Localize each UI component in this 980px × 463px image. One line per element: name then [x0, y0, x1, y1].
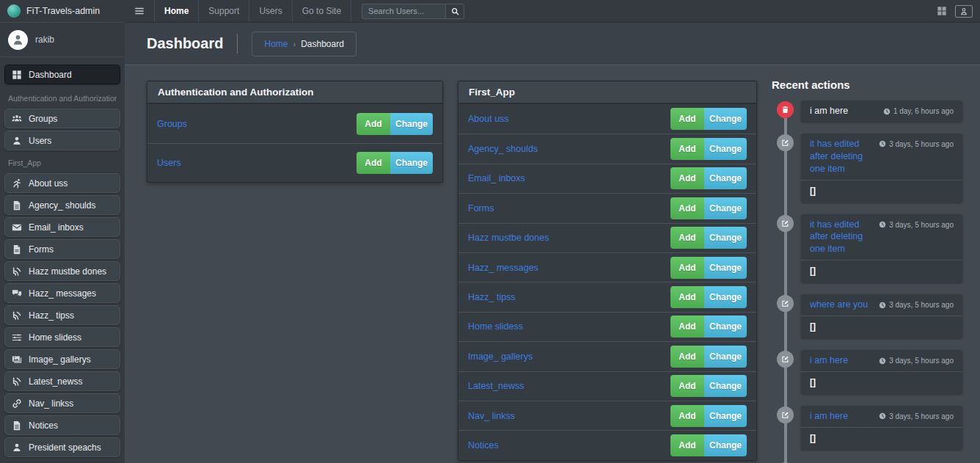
add-button[interactable]: Add: [670, 167, 704, 189]
change-button[interactable]: Change: [390, 152, 433, 174]
edit-marker: [777, 407, 794, 423]
change-button[interactable]: Change: [704, 227, 747, 249]
sidebar-item-nav-linkss[interactable]: Nav_ linkss: [4, 393, 120, 413]
sidebar-item-email-inboxs[interactable]: Email_ inboxs: [4, 217, 120, 237]
model-link-nav-linkss[interactable]: Nav_ linkss: [468, 411, 515, 421]
change-button[interactable]: Change: [704, 346, 747, 368]
content-header: Dashboard Home › Dashboard: [125, 23, 980, 65]
model-row-groups: GroupsAddChange: [147, 104, 442, 143]
sidebar-item-hazz-messages[interactable]: Hazz_ messages: [4, 283, 120, 303]
add-button[interactable]: Add: [670, 138, 704, 160]
sidebar-item-users[interactable]: Users: [4, 131, 120, 150]
model-row-email-inboxs: Email_ inboxsAddChange: [458, 164, 756, 193]
change-button[interactable]: Change: [704, 257, 747, 279]
sidebar-item-notices[interactable]: Notices: [4, 415, 120, 435]
add-button[interactable]: Add: [670, 197, 704, 219]
add-button[interactable]: Add: [356, 152, 390, 174]
change-button[interactable]: Change: [704, 197, 747, 219]
add-button[interactable]: Add: [670, 346, 704, 368]
add-button[interactable]: Add: [670, 257, 704, 279]
file-lines-icon: [12, 420, 22, 431]
search-input[interactable]: [362, 4, 445, 19]
model-link-email-inboxs[interactable]: Email_ inboxs: [468, 173, 525, 183]
header-divider: [237, 34, 238, 54]
model-link-groups[interactable]: Groups: [157, 119, 187, 129]
nav-item-support[interactable]: Support: [199, 0, 249, 22]
sidebar-item-image-gallerys[interactable]: Image_ gallerys: [4, 349, 120, 369]
add-button[interactable]: Add: [670, 227, 704, 249]
add-button[interactable]: Add: [670, 286, 704, 308]
change-button[interactable]: Change: [704, 138, 747, 160]
sidebar-item-label: Users: [29, 136, 51, 146]
change-button[interactable]: Change: [704, 375, 747, 397]
model-link-hazz-messages[interactable]: Hazz_ messages: [468, 263, 538, 273]
sidebar-item-label: Hazz_ messages: [29, 288, 96, 299]
model-link-agency-shoulds[interactable]: Agency_ shoulds: [468, 144, 538, 154]
sidebar-section-label: Authentication and Authorization: [8, 94, 117, 103]
model-link-home-slidess[interactable]: Home slidess: [468, 321, 523, 332]
model-link-latest-newss[interactable]: Latest_newss: [468, 381, 524, 391]
sidebar-item-dashboard[interactable]: Dashboard: [4, 65, 120, 84]
nav-item-users[interactable]: Users: [249, 0, 292, 22]
change-button[interactable]: Change: [704, 434, 747, 456]
action-object-link[interactable]: it has edited after deleting one item: [810, 219, 873, 256]
nav-item-home[interactable]: Home: [155, 0, 199, 22]
add-button[interactable]: Add: [356, 113, 390, 135]
sidebar-item-hazz-tipss[interactable]: Hazz_ tipss: [4, 305, 120, 325]
sidebar-item-label: Dashboard: [29, 70, 72, 80]
action-change-message: []: [801, 372, 962, 394]
change-button[interactable]: Change: [704, 108, 747, 130]
brand[interactable]: FiT-Travels-admin: [0, 0, 125, 23]
add-button[interactable]: Add: [670, 434, 704, 456]
sidebar-nav: Dashboard Authentication and Authorizati…: [0, 57, 125, 463]
breadcrumb-home-link[interactable]: Home: [264, 39, 288, 49]
sidebar-item-groups[interactable]: Groups: [4, 109, 120, 128]
avatar[interactable]: [8, 30, 28, 50]
action-object-link[interactable]: i am here: [810, 410, 848, 423]
add-button[interactable]: Add: [670, 316, 704, 338]
action-object-link[interactable]: it has edited after deleting one item: [810, 138, 873, 175]
user-menu-button[interactable]: [955, 5, 973, 18]
change-button[interactable]: Change: [704, 316, 747, 338]
model-row-agency-shoulds: Agency_ shouldsAddChange: [458, 134, 756, 163]
model-link-about-uss[interactable]: About uss: [468, 114, 509, 124]
sidebar-toggle-button[interactable]: [125, 0, 155, 22]
action-change-message: []: [801, 428, 962, 450]
change-button[interactable]: Change: [704, 167, 747, 189]
brand-title: FiT-Travels-admin: [26, 6, 100, 16]
change-button[interactable]: Change: [704, 405, 747, 427]
search-button[interactable]: [445, 4, 464, 19]
action-object-text: i am here: [810, 105, 848, 117]
change-button[interactable]: Change: [390, 113, 433, 135]
add-button[interactable]: Add: [670, 108, 704, 130]
add-button[interactable]: Add: [670, 375, 704, 397]
recent-action-entry: it has edited after deleting one item3 d…: [801, 134, 962, 203]
model-link-notices[interactable]: Notices: [468, 440, 499, 451]
sidebar-item-forms[interactable]: Forms: [4, 239, 120, 259]
sidebar-item-hazz-mustbe-dones[interactable]: Hazz mustbe dones: [4, 261, 120, 281]
brand-logo-icon: [7, 4, 21, 18]
action-object-link[interactable]: where are you: [810, 299, 868, 311]
model-link-hazz-mustbe-dones[interactable]: Hazz mustbe dones: [468, 233, 549, 243]
sidebar-item-about-uss[interactable]: About uss: [4, 173, 120, 193]
sidebar-item-label: Forms: [29, 244, 54, 255]
recent-action-entry: where are you3 days, 5 hours ago[]: [801, 294, 962, 338]
action-object-link[interactable]: i am here: [810, 354, 848, 367]
edit-icon: [781, 355, 789, 363]
change-button[interactable]: Change: [704, 286, 747, 308]
model-link-forms[interactable]: Forms: [468, 203, 494, 214]
sidebar-item-agency-shoulds[interactable]: Agency_ shoulds: [4, 195, 120, 215]
model-link-hazz-tipss[interactable]: Hazz_ tipss: [468, 292, 516, 302]
model-actions: AddChange: [670, 375, 747, 397]
model-link-users[interactable]: Users: [157, 158, 181, 168]
sidebar-item-president-speachs[interactable]: President speachs: [4, 437, 120, 457]
sidebar-item-latest-newss[interactable]: Latest_newss: [4, 371, 120, 391]
grid-menu-icon[interactable]: [937, 6, 947, 16]
sidebar-item-home-slidess[interactable]: Home slidess: [4, 327, 120, 347]
nav-item-go-to-site[interactable]: Go to Site: [293, 0, 351, 22]
model-link-image-gallerys[interactable]: Image_ gallerys: [468, 351, 533, 362]
add-button[interactable]: Add: [670, 405, 704, 427]
edit-marker: [777, 351, 794, 368]
file-pdf-icon: [12, 244, 22, 255]
breadcrumb-current: Dashboard: [301, 39, 344, 49]
